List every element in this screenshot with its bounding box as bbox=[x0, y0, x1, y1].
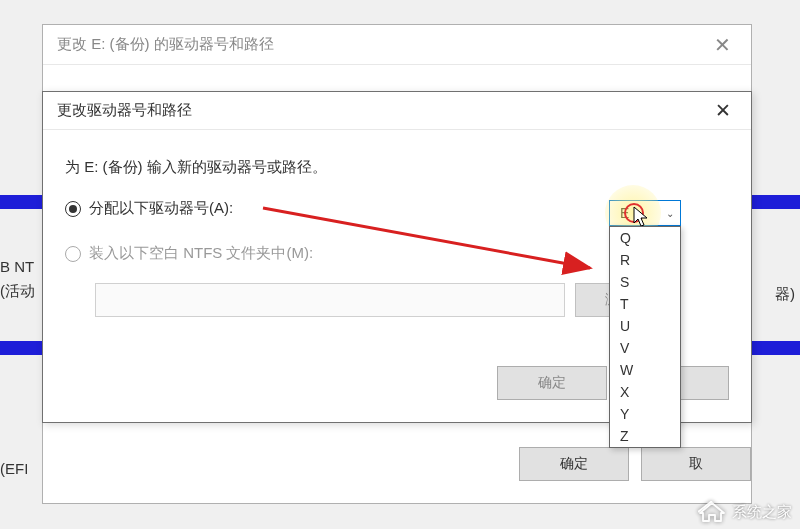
dropdown-item-R[interactable]: R bbox=[610, 249, 680, 271]
inner-dialog-title: 更改驱动器号和路径 bbox=[57, 101, 192, 120]
watermark-text: 系统之家 bbox=[732, 503, 792, 522]
drive-letter-combo[interactable]: E ⌄ bbox=[609, 200, 681, 226]
dropdown-item-W[interactable]: W bbox=[610, 359, 680, 381]
dropdown-item-V[interactable]: V bbox=[610, 337, 680, 359]
radio-mount-label: 装入以下空白 NTFS 文件夹中(M): bbox=[89, 244, 313, 263]
dropdown-item-S[interactable]: S bbox=[610, 271, 680, 293]
inner-close-button[interactable]: ✕ bbox=[709, 99, 737, 122]
outer-close-button[interactable]: ✕ bbox=[708, 33, 737, 57]
dropdown-item-Q[interactable]: Q bbox=[610, 227, 680, 249]
inner-ok-button[interactable]: 确定 bbox=[497, 366, 607, 400]
bg-partition-label: B NT bbox=[0, 258, 34, 275]
watermark: 系统之家 bbox=[698, 501, 792, 523]
dropdown-item-Z[interactable]: Z bbox=[610, 425, 680, 447]
dropdown-item-Y[interactable]: Y bbox=[610, 403, 680, 425]
house-icon bbox=[698, 501, 726, 523]
radio-assign-label: 分配以下驱动器号(A): bbox=[89, 199, 233, 218]
radio-mount-folder[interactable] bbox=[65, 246, 81, 262]
bg-right-label: 器) bbox=[775, 285, 795, 304]
outer-ok-button[interactable]: 确定 bbox=[519, 447, 629, 481]
outer-dialog-title: 更改 E: (备份) 的驱动器号和路径 bbox=[57, 35, 274, 54]
bg-partition-status: (活动 bbox=[0, 282, 35, 301]
chevron-down-icon: ⌄ bbox=[666, 208, 674, 219]
drive-letter-dropdown[interactable]: QRSTUVWXYZ bbox=[609, 226, 681, 448]
dropdown-item-X[interactable]: X bbox=[610, 381, 680, 403]
instruction-text: 为 E: (备份) 输入新的驱动器号或路径。 bbox=[65, 158, 729, 177]
inner-titlebar: 更改驱动器号和路径 ✕ bbox=[43, 92, 751, 130]
dropdown-item-T[interactable]: T bbox=[610, 293, 680, 315]
combo-selected-value: E bbox=[620, 205, 629, 221]
outer-titlebar: 更改 E: (备份) 的驱动器号和路径 ✕ bbox=[43, 25, 751, 65]
bg-efi-label: (EFI bbox=[0, 460, 28, 477]
outer-cancel-button[interactable]: 取 bbox=[641, 447, 751, 481]
mount-path-input bbox=[95, 283, 565, 317]
radio-assign-letter[interactable] bbox=[65, 201, 81, 217]
dropdown-item-U[interactable]: U bbox=[610, 315, 680, 337]
svg-line-2 bbox=[698, 501, 712, 512]
